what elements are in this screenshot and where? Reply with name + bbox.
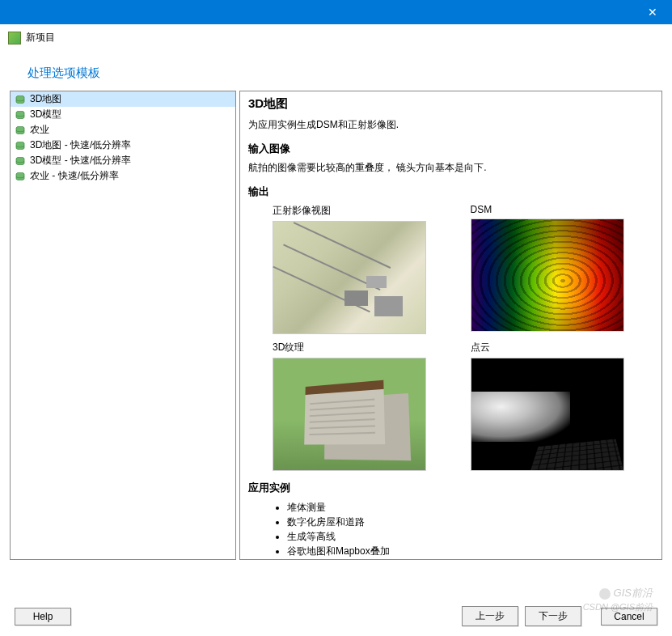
example-item: 数字化房屋和道路	[287, 515, 653, 529]
database-icon	[15, 111, 25, 119]
template-item-label: 农业	[30, 123, 49, 137]
output-item: 正射影像视图	[273, 204, 456, 334]
detail-panel: 3D地图 为应用实例生成DSM和正射影像图. 输入图像 航拍的图像需要比较高的重…	[239, 91, 662, 560]
template-item[interactable]: 农业 - 快速/低分辨率	[11, 168, 235, 184]
output-thumbnail-ortho	[273, 221, 426, 334]
output-label: 点云	[471, 341, 654, 354]
main-area: 3D地图3D模型农业3D地图 - 快速/低分辨率3D模型 - 快速/低分辨率农业…	[0, 91, 672, 560]
examples-list: 堆体测量数字化房屋和道路生成等高线谷歌地图和Mapbox叠加	[248, 500, 653, 558]
next-button[interactable]: 下一步	[525, 606, 581, 626]
section-title: 处理选项模板	[0, 49, 672, 91]
example-item: 谷歌地图和Mapbox叠加	[287, 544, 653, 558]
titlebar: ✕	[0, 0, 672, 24]
input-heading: 输入图像	[248, 142, 653, 156]
input-description: 航拍的图像需要比较高的重叠度， 镜头方向基本是向下.	[248, 161, 653, 175]
output-grid: 正射影像视图DSM3D纹理点云	[248, 204, 653, 471]
output-label: DSM	[471, 204, 654, 215]
template-item-label: 3D模型 - 快速/低分辨率	[30, 154, 131, 167]
window-title: 新项目	[26, 31, 55, 45]
output-item: DSM	[471, 204, 654, 334]
template-item-label: 3D模型	[30, 108, 61, 121]
examples-heading: 应用实例	[248, 481, 653, 495]
template-item-label: 3D地图	[30, 92, 61, 106]
example-item: 生成等高线	[287, 529, 653, 544]
cancel-button[interactable]: Cancel	[601, 608, 657, 625]
output-item: 点云	[471, 341, 654, 471]
example-item: 堆体测量	[287, 500, 653, 515]
detail-description: 为应用实例生成DSM和正射影像图.	[248, 118, 653, 132]
back-button[interactable]: 上一步	[462, 606, 518, 626]
template-item-label: 3D地图 - 快速/低分辨率	[30, 138, 131, 152]
template-item[interactable]: 3D地图 - 快速/低分辨率	[11, 138, 235, 153]
template-list[interactable]: 3D地图3D模型农业3D地图 - 快速/低分辨率3D模型 - 快速/低分辨率农业…	[10, 91, 236, 560]
database-icon	[15, 95, 25, 104]
detail-title: 3D地图	[248, 96, 653, 112]
template-item[interactable]: 农业	[11, 122, 235, 138]
output-thumbnail-texture	[273, 358, 426, 471]
template-item[interactable]: 3D模型 - 快速/低分辨率	[11, 153, 235, 168]
button-bar: Help 上一步 下一步 Cancel	[0, 606, 672, 626]
output-thumbnail-pointcloud	[471, 358, 624, 471]
close-icon[interactable]: ✕	[648, 6, 657, 19]
output-heading: 输出	[248, 184, 653, 199]
output-label: 正射影像视图	[273, 204, 456, 218]
wechat-icon	[599, 588, 611, 600]
template-item[interactable]: 3D模型	[11, 107, 235, 122]
output-label: 3D纹理	[273, 341, 456, 354]
window-header: 新项目	[0, 24, 672, 49]
template-item-label: 农业 - 快速/低分辨率	[30, 169, 119, 183]
database-icon	[15, 126, 25, 134]
watermark-line1: GIS前沿	[614, 587, 653, 599]
template-item[interactable]: 3D地图	[11, 91, 235, 107]
database-icon	[15, 157, 25, 165]
output-thumbnail-dsm	[471, 218, 624, 332]
app-icon	[8, 32, 21, 45]
output-item: 3D纹理	[273, 341, 456, 471]
help-button[interactable]: Help	[15, 608, 71, 625]
database-icon	[15, 142, 25, 150]
database-icon	[15, 172, 25, 180]
